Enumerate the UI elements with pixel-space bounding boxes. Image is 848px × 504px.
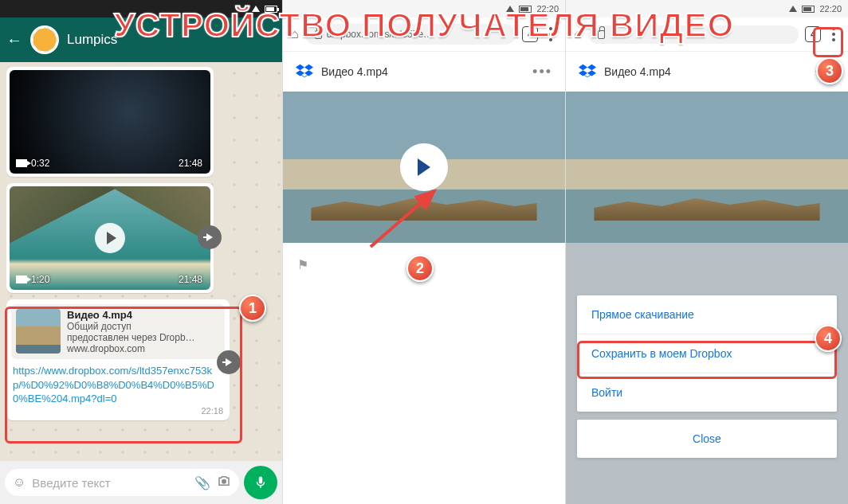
camera-icon (16, 275, 27, 283)
statusbar (0, 0, 282, 18)
vid2-time: 21:48 (179, 274, 202, 285)
link-message[interactable]: Видео 4.mp4 Общий доступ предоставлен че… (6, 299, 230, 420)
video-message-2[interactable]: 1:20 21:48 (6, 183, 214, 293)
avatar[interactable] (30, 25, 59, 54)
play-icon (418, 158, 434, 176)
url-bar[interactable] (588, 25, 799, 44)
attach-icon[interactable]: 📎 (194, 475, 210, 490)
panel-browser-menu: 22:20 ⌂ 4 Видео 4.mp4 ••• Прямое скачива… (566, 0, 848, 504)
callout-3: 3 (816, 57, 843, 84)
callout-2: 2 (406, 255, 434, 282)
panel-browser-preview: 22:20 ⌂ dropbox.com/s/ltd357e… 4 Видео 4… (283, 0, 566, 504)
forward-icon (226, 358, 232, 366)
file-title: Видео 4.mp4 (321, 65, 524, 78)
mic-button[interactable] (244, 466, 277, 499)
menu-direct-download[interactable]: Прямое скачивание (577, 295, 837, 334)
link-url[interactable]: https://www.dropbox.com/s/ltd357enxc753k… (11, 359, 225, 406)
input-placeholder: Введите текст (32, 476, 188, 490)
menu-login[interactable]: Войти (577, 373, 837, 412)
dropbox-icon (296, 63, 313, 80)
status-time: 22:20 (536, 4, 559, 14)
chat-header[interactable]: ← Lumpics (0, 18, 282, 62)
camera-icon (16, 159, 27, 167)
callout-1: 1 (239, 295, 266, 322)
svg-point-0 (222, 479, 226, 484)
vid1-duration: 0:32 (31, 158, 49, 169)
vid1-time: 21:48 (179, 158, 202, 169)
statusbar: 22:20 (283, 0, 565, 18)
lock-icon (315, 30, 322, 39)
link-title: Видео 4.mp4 (67, 309, 195, 321)
tab-count[interactable]: 4 (805, 26, 821, 42)
callout-4: 4 (815, 325, 842, 352)
video-preview[interactable] (283, 92, 565, 243)
message-input[interactable]: ☺ Введите текст 📎 (5, 469, 239, 496)
lock-icon (598, 30, 605, 39)
link-desc1: Общий доступ (67, 321, 195, 332)
dropbox-header: Видео 4.mp4 ••• (566, 52, 848, 92)
forward-button[interactable] (198, 225, 222, 249)
chat-body: 0:32 21:48 1:20 21:48 Видео 4.mp4 (0, 62, 282, 461)
menu-save-dropbox[interactable]: Сохранить в моем Dropbox (577, 334, 837, 373)
dropbox-header: Видео 4.mp4 ••• (283, 52, 565, 92)
action-sheet: Прямое скачивание Сохранить в моем Dropb… (566, 243, 848, 504)
link-desc2: предоставлен через Dropb… (67, 332, 195, 343)
home-icon[interactable]: ⌂ (574, 27, 582, 41)
browser-toolbar: ⌂ 4 (566, 18, 848, 52)
link-time: 22:18 (11, 406, 225, 416)
video-preview[interactable] (566, 92, 848, 243)
url-text: dropbox.com/s/ltd357e… (327, 29, 433, 40)
browser-menu-icon[interactable] (827, 24, 840, 45)
forward-icon (206, 233, 213, 241)
browser-menu-icon[interactable] (544, 24, 557, 45)
panel-whatsapp: ← Lumpics 0:32 21:48 1:20 21:48 (0, 0, 283, 504)
home-icon[interactable]: ⌂ (291, 27, 299, 41)
file-more-icon[interactable]: ••• (532, 64, 552, 80)
vid2-duration: 1:20 (31, 274, 49, 285)
play-icon[interactable] (95, 223, 125, 253)
emoji-icon[interactable]: ☺ (13, 475, 26, 490)
statusbar: 22:20 (566, 0, 848, 18)
browser-toolbar: ⌂ dropbox.com/s/ltd357e… 4 (283, 18, 565, 52)
link-domain: www.dropbox.com (67, 343, 195, 354)
url-bar[interactable]: dropbox.com/s/ltd357e… (305, 24, 516, 45)
chat-input-bar: ☺ Введите текст 📎 (0, 461, 282, 504)
video-message-1[interactable]: 0:32 21:48 (6, 67, 214, 177)
dropbox-icon (579, 63, 596, 80)
tab-count[interactable]: 4 (522, 26, 538, 42)
camera-icon[interactable] (217, 474, 231, 491)
link-thumb (16, 309, 61, 354)
status-time: 22:20 (819, 4, 842, 14)
forward-button[interactable] (217, 350, 241, 374)
contact-name: Lumpics (67, 32, 117, 48)
mic-icon (253, 475, 268, 490)
menu-close[interactable]: Close (577, 420, 837, 458)
back-icon[interactable]: ← (6, 31, 22, 49)
play-button[interactable] (400, 143, 448, 191)
file-title: Видео 4.mp4 (604, 65, 807, 78)
